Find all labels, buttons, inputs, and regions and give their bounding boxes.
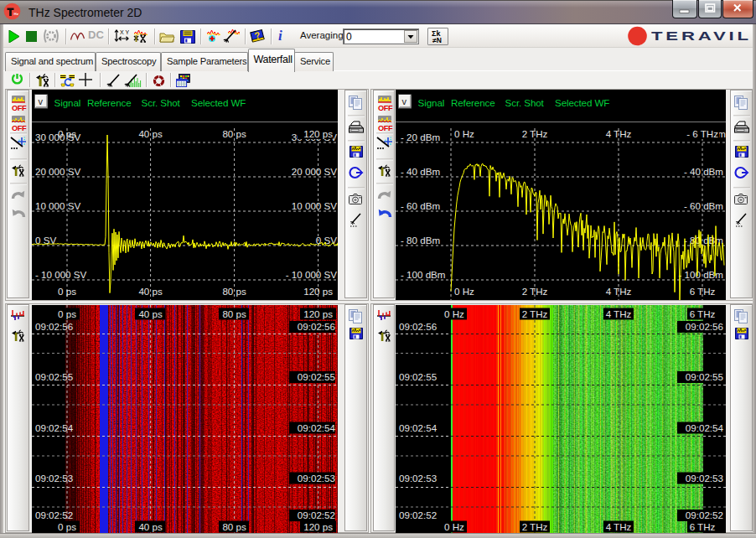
- svg-text:2 THz: 2 THz: [522, 521, 548, 532]
- svg-text:OFF: OFF: [378, 124, 393, 132]
- svg-text:- 60 dBm: - 60 dBm: [684, 200, 723, 211]
- svg-text:20 000 SV: 20 000 SV: [292, 166, 337, 177]
- svg-text:0 ps: 0 ps: [58, 308, 76, 319]
- svg-text:09:02:53: 09:02:53: [399, 473, 437, 484]
- svg-text:09:02:56: 09:02:56: [298, 321, 335, 332]
- svg-text:09:02:52: 09:02:52: [399, 510, 437, 520]
- svg-text:80 ps: 80 ps: [222, 308, 246, 319]
- svg-text:09:02:54: 09:02:54: [35, 422, 74, 433]
- svg-text:0 Hz: 0 Hz: [444, 521, 464, 532]
- svg-text:80 ps: 80 ps: [222, 521, 246, 532]
- svg-text:09:02:55: 09:02:55: [298, 371, 335, 382]
- svg-text:Scr. Shot: Scr. Shot: [505, 97, 545, 108]
- svg-text:2 THz: 2 THz: [522, 286, 548, 297]
- svg-text:09:02:52: 09:02:52: [686, 510, 723, 520]
- svg-text:09:02:53: 09:02:53: [686, 473, 723, 484]
- svg-text:120 ps: 120 ps: [303, 521, 333, 532]
- svg-text:0 Hz: 0 Hz: [454, 128, 474, 139]
- svg-text:6 THz: 6 THz: [690, 521, 716, 532]
- svg-text:120 ps: 120 ps: [303, 128, 333, 139]
- svg-text:OFF: OFF: [12, 104, 27, 112]
- svg-text:Signal: Signal: [54, 97, 81, 108]
- svg-text:OFF: OFF: [378, 104, 393, 112]
- svg-text:120 ps: 120 ps: [303, 308, 333, 319]
- svg-text:Selected WF: Selected WF: [191, 97, 246, 108]
- svg-text:≠N: ≠N: [432, 36, 442, 44]
- svg-text:X Y: X Y: [120, 29, 129, 35]
- svg-text:09:02:54: 09:02:54: [686, 422, 724, 433]
- svg-text:Reference: Reference: [451, 97, 495, 108]
- svg-text:09:02:53: 09:02:53: [298, 473, 335, 484]
- svg-text:80 ps: 80 ps: [222, 128, 246, 139]
- svg-text:40 ps: 40 ps: [138, 521, 163, 532]
- svg-text:09:02:56: 09:02:56: [35, 321, 73, 332]
- svg-text:120 ps: 120 ps: [303, 286, 333, 297]
- svg-text:4 THz: 4 THz: [606, 308, 632, 319]
- svg-text:80 ps: 80 ps: [222, 286, 246, 297]
- svg-text:4 THz: 4 THz: [606, 128, 632, 139]
- svg-text:- 60 dBm: - 60 dBm: [401, 200, 440, 211]
- svg-text:09:02:56: 09:02:56: [686, 321, 723, 332]
- svg-text:40 ps: 40 ps: [138, 308, 163, 319]
- svg-text:- 40 dBm: - 40 dBm: [401, 166, 440, 177]
- svg-text:0 Hz: 0 Hz: [454, 286, 474, 297]
- svg-text:6 THz: 6 THz: [690, 308, 716, 319]
- svg-text:10 000 SV: 10 000 SV: [292, 200, 337, 211]
- svg-text:0 Hz: 0 Hz: [444, 308, 464, 319]
- svg-text:0 ps: 0 ps: [58, 286, 76, 297]
- svg-text:- 6 THz: - 6 THz: [686, 128, 718, 139]
- svg-text:09:02:52: 09:02:52: [35, 510, 73, 520]
- svg-text:- 100 dBm: - 100 dBm: [401, 269, 446, 280]
- svg-text:09:02:54: 09:02:54: [298, 422, 336, 433]
- svg-text:Reference: Reference: [87, 97, 132, 108]
- svg-text:- 80 dBm: - 80 dBm: [684, 235, 723, 246]
- svg-text:2 THz: 2 THz: [522, 308, 548, 319]
- svg-text:4 THz: 4 THz: [606, 286, 632, 297]
- svg-text:09:02:53: 09:02:53: [35, 473, 73, 484]
- svg-text:0 ps: 0 ps: [58, 128, 76, 139]
- svg-text:TERAVIL: TERAVIL: [651, 28, 752, 43]
- svg-text:v: v: [402, 96, 407, 106]
- svg-text:- 40 dBm: - 40 dBm: [684, 166, 723, 177]
- svg-text:4 THz: 4 THz: [606, 521, 632, 532]
- svg-text:0 ps: 0 ps: [58, 521, 76, 532]
- svg-text:- 100 dBm: - 100 dBm: [679, 269, 724, 280]
- svg-text:09:02:52: 09:02:52: [298, 510, 335, 520]
- svg-text:- 10 000 SV: - 10 000 SV: [286, 269, 337, 280]
- svg-text:09:02:56: 09:02:56: [399, 321, 437, 332]
- svg-text:09:02:54: 09:02:54: [399, 422, 438, 433]
- svg-text:09:02:55: 09:02:55: [35, 371, 73, 382]
- svg-text:Selected WF: Selected WF: [555, 97, 609, 108]
- svg-text:10 000 SV: 10 000 SV: [35, 200, 80, 211]
- svg-text:2 THz: 2 THz: [522, 128, 548, 139]
- svg-text:09:02:55: 09:02:55: [686, 371, 723, 382]
- svg-text:Signal: Signal: [418, 97, 445, 108]
- svg-text:- 80 dBm: - 80 dBm: [401, 235, 440, 246]
- svg-text:20 000 SV: 20 000 SV: [35, 166, 80, 177]
- svg-text:- 10 000 SV: - 10 000 SV: [35, 269, 86, 280]
- svg-text:40 ps: 40 ps: [138, 286, 163, 297]
- svg-text:Scr. Shot: Scr. Shot: [142, 97, 181, 108]
- svg-text:- 20 dBm: - 20 dBm: [401, 132, 440, 142]
- svg-text:6 THz: 6 THz: [690, 286, 716, 297]
- svg-text:40 ps: 40 ps: [138, 128, 163, 139]
- svg-text:v: v: [39, 96, 44, 106]
- svg-text:Hz: Hz: [14, 12, 19, 16]
- svg-text:09:02:55: 09:02:55: [399, 371, 437, 382]
- svg-text:OFF: OFF: [12, 124, 27, 132]
